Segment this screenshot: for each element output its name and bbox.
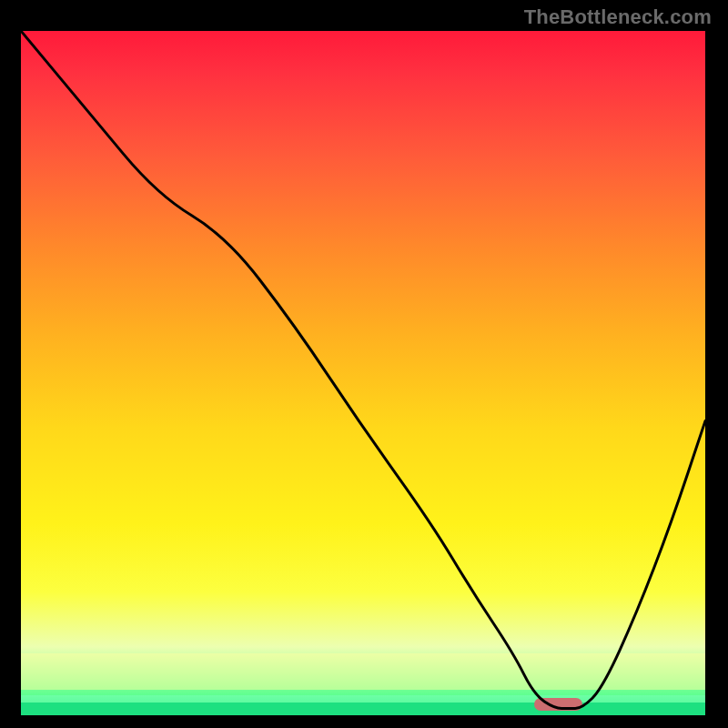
chart-frame xyxy=(18,28,708,718)
bottleneck-curve xyxy=(21,31,705,715)
watermark-text: TheBottleneck.com xyxy=(524,5,712,29)
plot-area xyxy=(21,31,705,715)
